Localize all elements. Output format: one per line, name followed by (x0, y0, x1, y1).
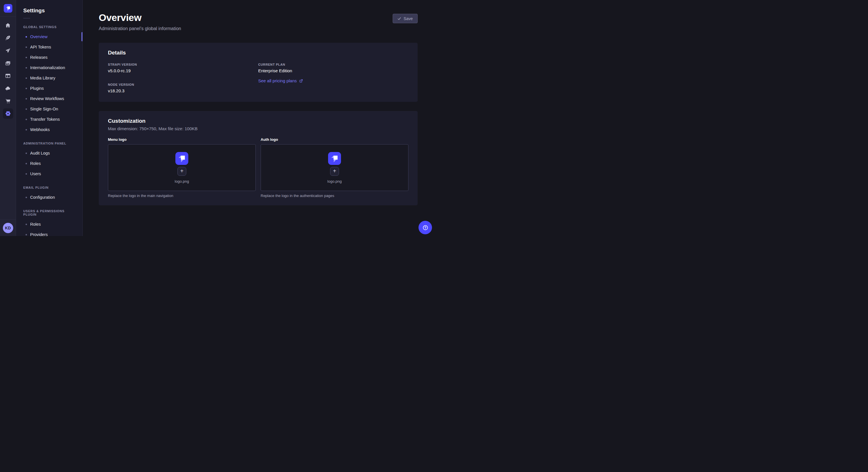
subnav-divider (23, 18, 30, 19)
customization-card: Customization Max dimension: 750×750, Ma… (99, 111, 417, 205)
subnav-item-label: Overview (30, 34, 48, 39)
subnav-item-releases[interactable]: Releases (16, 52, 82, 63)
field-label: CURRENT PLAN (258, 63, 409, 66)
subnav-item-label: Review Workflows (30, 96, 64, 101)
bullet-icon (26, 108, 27, 110)
nav-feather-icon[interactable] (0, 32, 16, 44)
subnav-item-label: Users (30, 171, 41, 176)
user-avatar[interactable]: KD (3, 223, 13, 233)
logo-file-name: logo.png (175, 179, 189, 183)
subnav-item-label: Single Sign-On (30, 107, 58, 111)
nav-media-images-icon[interactable] (0, 57, 16, 69)
subnav-section: EMAIL PLUGINConfiguration (16, 184, 82, 202)
bullet-icon (26, 88, 27, 89)
subnav-item-api-tokens[interactable]: API Tokens (16, 42, 82, 52)
app-window: KD Settings GLOBAL SETTINGSOverviewAPI T… (0, 0, 434, 236)
subnav-header: Settings (16, 0, 82, 19)
menu-logo-hint: Replace the logo in the main navigation (108, 194, 256, 198)
subnav-item-list: OverviewAPI TokensReleasesInternationali… (16, 32, 82, 135)
strapi-logo-icon[interactable] (4, 4, 12, 12)
save-button-label: Save (404, 16, 413, 21)
subnav-section-label: GLOBAL SETTINGS (16, 24, 82, 30)
subnav-item-label: Releases (30, 55, 48, 60)
subnav-item-providers[interactable]: Providers (16, 229, 82, 236)
nav-home-icon[interactable] (0, 19, 16, 32)
nav-settings-gear-icon[interactable] (0, 107, 16, 120)
subnav-item-transfer-tokens[interactable]: Transfer Tokens (16, 114, 82, 125)
field-value: v18.20.3 (108, 88, 258, 93)
subnav-item-roles[interactable]: Roles (16, 158, 82, 169)
strapi-logo-preview (175, 152, 188, 165)
subnav-item-label: Plugins (30, 86, 44, 91)
subnav-item-label: Configuration (30, 195, 55, 200)
page-header: Overview Administration panel’s global i… (99, 12, 417, 31)
subnav-item-single-sign-on[interactable]: Single Sign-On (16, 104, 82, 114)
subnav-item-review-workflows[interactable]: Review Workflows (16, 94, 82, 104)
details-left-column: STRAPI VERSION v5.0.0-rc.19 NODE VERSION… (108, 63, 258, 93)
bullet-icon (26, 119, 27, 120)
subnav-item-overview[interactable]: Overview (16, 32, 82, 42)
bullet-icon (26, 234, 27, 235)
subnav-item-label: Roles (30, 161, 41, 166)
nav-cloud-icon[interactable] (0, 82, 16, 95)
logo-uploads-row: Menu logo + logo.png Replace the logo in… (108, 137, 408, 198)
subnav-item-list: RolesProviders (16, 219, 82, 236)
bullet-icon (26, 36, 27, 38)
subnav-item-roles[interactable]: Roles (16, 219, 82, 229)
customization-subtitle: Max dimension: 750×750, Max file size: 1… (108, 126, 408, 131)
pricing-plans-link[interactable]: See all pricing plans (258, 78, 303, 83)
main-content: Overview Administration panel’s global i… (83, 0, 434, 236)
subnav-item-list: Configuration (16, 192, 82, 202)
subnav-item-label: Internationalization (30, 65, 65, 70)
bullet-icon (26, 153, 27, 154)
page-subtitle: Administration panel’s global informatio… (99, 26, 181, 31)
details-grid: STRAPI VERSION v5.0.0-rc.19 NODE VERSION… (108, 63, 408, 93)
subnav-item-label: API Tokens (30, 45, 51, 49)
subnav-item-configuration[interactable]: Configuration (16, 192, 82, 202)
subnav-item-label: Transfer Tokens (30, 117, 60, 122)
node-version-field: NODE VERSION v18.20.3 (108, 83, 258, 93)
strapi-version-field: STRAPI VERSION v5.0.0-rc.19 (108, 63, 258, 73)
subnav-section: USERS & PERMISSIONS PLUGINRolesProviders (16, 208, 82, 236)
save-button[interactable]: Save (393, 14, 417, 23)
main-nav-rail: KD (0, 0, 16, 236)
bullet-icon (26, 77, 27, 79)
add-auth-logo-button[interactable]: + (330, 167, 339, 176)
auth-logo-hint: Replace the logo in the authentication p… (260, 194, 408, 198)
subnav-item-label: Webhooks (30, 127, 50, 132)
rail-bottom: KD (0, 220, 16, 236)
subnav-item-list: Audit LogsRolesUsers (16, 148, 82, 179)
subnav-item-webhooks[interactable]: Webhooks (16, 125, 82, 135)
subnav-item-internationalization[interactable]: Internationalization (16, 63, 82, 73)
auth-logo-upload: Auth logo + logo.png Replace the logo in… (260, 137, 408, 198)
subnav-item-audit-logs[interactable]: Audit Logs (16, 148, 82, 158)
details-card-title: Details (108, 49, 408, 56)
page-header-text: Overview Administration panel’s global i… (99, 12, 181, 31)
subnav-item-media-library[interactable]: Media Library (16, 73, 82, 83)
check-icon (398, 17, 401, 20)
subnav-section-label: USERS & PERMISSIONS PLUGIN (16, 208, 82, 218)
strapi-logo-preview (328, 152, 341, 165)
question-mark-icon (422, 225, 429, 231)
subnav-item-users[interactable]: Users (16, 169, 82, 179)
workspace-logo-wrap (0, 0, 16, 16)
subnav-sections: GLOBAL SETTINGSOverviewAPI TokensRelease… (16, 24, 82, 236)
menu-logo-dropzone[interactable]: + logo.png (108, 144, 256, 191)
subnav-section: GLOBAL SETTINGSOverviewAPI TokensRelease… (16, 24, 82, 135)
nav-marketplace-cart-icon[interactable] (0, 95, 16, 107)
pricing-plans-link-label: See all pricing plans (258, 78, 297, 83)
settings-active-tile (3, 108, 13, 119)
bullet-icon (26, 67, 27, 69)
bullet-icon (26, 98, 27, 100)
help-fab-button[interactable] (418, 221, 432, 234)
bullet-icon (26, 57, 27, 58)
customization-card-title: Customization (108, 118, 408, 124)
add-menu-logo-button[interactable]: + (177, 167, 186, 176)
subnav-item-plugins[interactable]: Plugins (16, 83, 82, 94)
nav-layout-panel-icon[interactable] (0, 69, 16, 82)
nav-paper-plane-icon[interactable] (0, 44, 16, 57)
bullet-icon (26, 224, 27, 225)
bullet-icon (26, 129, 27, 131)
subnav-section-label: ADMINISTRATION PANEL (16, 140, 82, 147)
auth-logo-dropzone[interactable]: + logo.png (260, 144, 408, 191)
